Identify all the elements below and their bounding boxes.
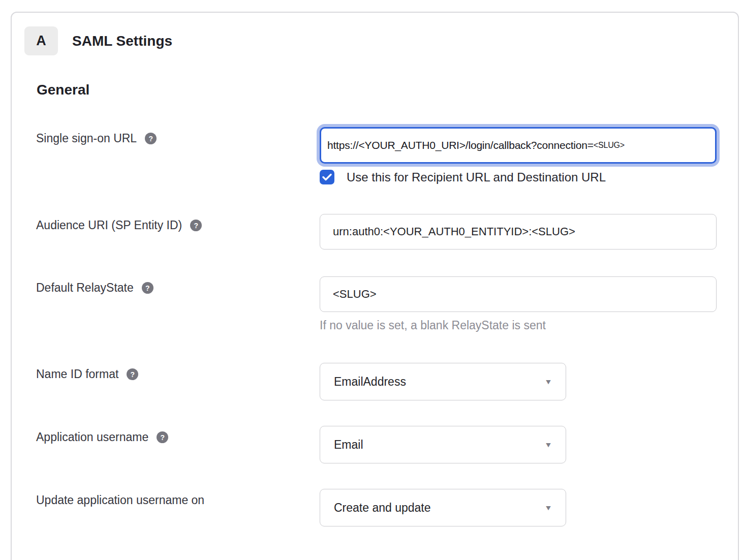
field-application-username: Email ▼ xyxy=(320,426,566,463)
field-label: Name ID format xyxy=(36,367,118,381)
step-badge: A xyxy=(24,26,58,55)
help-icon[interactable]: ? xyxy=(190,220,202,231)
label-update-application-username-on: Update application username on xyxy=(12,489,320,507)
page-title: SAML Settings xyxy=(72,33,172,49)
field-name-id-format: EmailAddress ▼ xyxy=(320,363,566,400)
field-label: Application username xyxy=(36,430,148,444)
help-icon[interactable]: ? xyxy=(127,368,138,380)
field-single-sign-on-url: https://<YOUR_AUTH0_URI>/login/callback?… xyxy=(320,127,717,184)
chevron-down-icon: ▼ xyxy=(544,504,552,512)
default-relaystate-input[interactable] xyxy=(320,276,717,312)
section-title-general: General xyxy=(37,81,738,99)
row-application-username: Application username ? Email ▼ xyxy=(12,426,738,463)
recipient-destination-checkbox-row: Use this for Recipient URL and Destinati… xyxy=(320,170,717,184)
label-application-username: Application username ? xyxy=(12,426,320,444)
label-audience-uri: Audience URI (SP Entity ID) ? xyxy=(12,214,320,232)
name-id-format-select[interactable]: EmailAddress ▼ xyxy=(320,363,566,400)
audience-uri-input[interactable] xyxy=(320,214,717,250)
checkmark-icon xyxy=(322,173,332,181)
field-default-relaystate: If no value is set, a blank RelayState i… xyxy=(320,276,717,332)
checkbox-label: Use this for Recipient URL and Destinati… xyxy=(347,170,606,184)
field-label: Default RelayState xyxy=(36,281,134,295)
row-update-application-username-on: Update application username on Create an… xyxy=(12,489,738,526)
field-label: Audience URI (SP Entity ID) xyxy=(36,218,182,232)
input-value-slug: <SLUG> xyxy=(594,141,625,150)
help-icon[interactable]: ? xyxy=(157,431,168,443)
selected-value: EmailAddress xyxy=(334,375,406,389)
field-label: Update application username on xyxy=(36,493,204,507)
label-name-id-format: Name ID format ? xyxy=(12,363,320,381)
single-sign-on-url-input[interactable]: https://<YOUR_AUTH0_URI>/login/callback?… xyxy=(320,127,717,164)
saml-settings-card: A SAML Settings General Single sign-on U… xyxy=(11,12,739,560)
label-single-sign-on-url: Single sign-on URL ? xyxy=(12,127,320,145)
help-icon[interactable]: ? xyxy=(142,282,153,294)
row-name-id-format: Name ID format ? EmailAddress ▼ xyxy=(12,363,738,400)
field-label: Single sign-on URL xyxy=(36,131,137,145)
field-update-application-username-on: Create and update ▼ xyxy=(320,489,566,526)
application-username-select[interactable]: Email ▼ xyxy=(320,426,566,463)
chevron-down-icon: ▼ xyxy=(544,378,552,386)
help-icon[interactable]: ? xyxy=(145,133,157,144)
recipient-destination-checkbox[interactable] xyxy=(320,170,334,184)
update-application-username-on-select[interactable]: Create and update ▼ xyxy=(320,489,566,526)
label-default-relaystate: Default RelayState ? xyxy=(12,276,320,295)
selected-value: Create and update xyxy=(334,501,431,515)
card-header: A SAML Settings xyxy=(24,26,738,55)
row-single-sign-on-url: Single sign-on URL ? https://<YOUR_AUTH0… xyxy=(12,127,738,184)
selected-value: Email xyxy=(334,438,363,452)
relaystate-hint: If no value is set, a blank RelayState i… xyxy=(320,319,717,332)
input-value-main: https://<YOUR_AUTH0_URI>/login/callback?… xyxy=(327,139,594,151)
chevron-down-icon: ▼ xyxy=(544,441,552,449)
row-audience-uri: Audience URI (SP Entity ID) ? xyxy=(12,214,738,250)
row-default-relaystate: Default RelayState ? If no value is set,… xyxy=(12,276,738,332)
field-audience-uri xyxy=(320,214,717,250)
